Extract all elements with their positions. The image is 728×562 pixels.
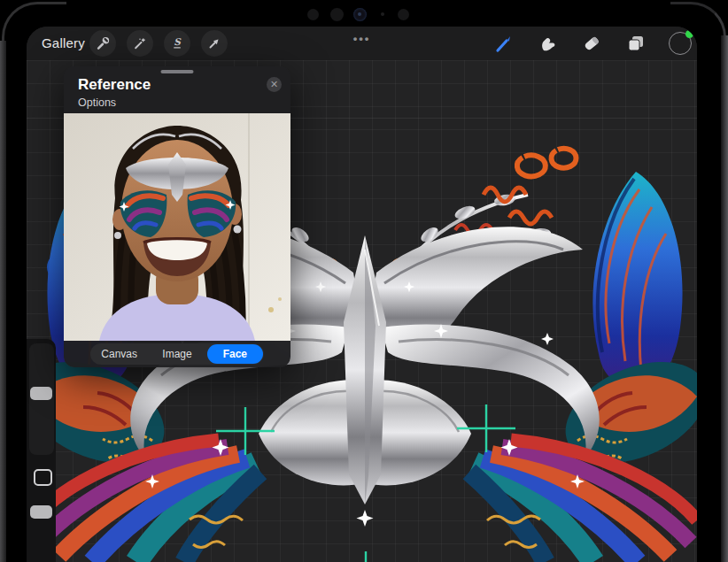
- tab-face[interactable]: Face: [207, 344, 263, 364]
- camera-lens-icon: [307, 9, 319, 20]
- wrench-icon: [95, 35, 111, 51]
- color-swatch: [669, 32, 692, 55]
- reference-face-photo[interactable]: [64, 113, 290, 341]
- svg-text:S: S: [174, 36, 182, 47]
- eraser-icon: [581, 33, 602, 54]
- tab-canvas[interactable]: Canvas: [91, 344, 147, 364]
- brush-sidebar: [27, 339, 56, 562]
- tab-image[interactable]: Image: [149, 344, 205, 364]
- magic-wand-icon: [132, 35, 148, 51]
- camera-lens-icon: [330, 8, 344, 21]
- front-camera-cluster: [306, 7, 421, 23]
- layers-button[interactable]: [623, 30, 649, 57]
- layers-icon: [625, 33, 647, 54]
- segmented-control: Canvas Image Face: [90, 343, 264, 365]
- modify-button[interactable]: [34, 469, 52, 486]
- close-icon[interactable]: ✕: [267, 77, 282, 92]
- ipad-screenshot: Gallery: [0, 0, 728, 562]
- paint-button[interactable]: [490, 30, 516, 57]
- camera-mic-dot: [381, 12, 384, 16]
- smudge-button[interactable]: [534, 30, 561, 57]
- brush-opacity-slider-handle[interactable]: [30, 505, 52, 519]
- reference-panel: Reference Options ✕: [64, 66, 290, 367]
- selection-icon: S: [169, 35, 185, 51]
- bezel-edge-right: [721, 35, 728, 562]
- transform-icon: [206, 35, 222, 51]
- gallery-button[interactable]: Gallery: [42, 35, 85, 50]
- panel-options-link[interactable]: Options: [78, 96, 116, 109]
- ipad-screen: Gallery: [27, 27, 697, 562]
- adjustments-button[interactable]: [127, 30, 153, 57]
- camera-lens-icon: [398, 9, 409, 20]
- smudge-icon: [537, 33, 558, 54]
- brush-size-slider-handle[interactable]: [30, 387, 52, 400]
- transform-button[interactable]: [201, 30, 228, 57]
- reference-mode-tabs: Canvas Image Face: [64, 341, 290, 367]
- bezel-edge-left: [0, 41, 6, 562]
- top-toolbar: Gallery: [27, 27, 697, 60]
- panel-drag-handle[interactable]: [161, 70, 194, 73]
- color-button[interactable]: [667, 30, 693, 57]
- actions-button[interactable]: [89, 30, 116, 57]
- camera-lens-icon: [353, 8, 367, 21]
- selection-button[interactable]: S: [164, 30, 190, 57]
- erase-button[interactable]: [578, 30, 605, 57]
- brush-icon: [492, 33, 514, 54]
- multitask-indicator[interactable]: •••: [353, 32, 371, 45]
- panel-title: Reference: [78, 76, 151, 94]
